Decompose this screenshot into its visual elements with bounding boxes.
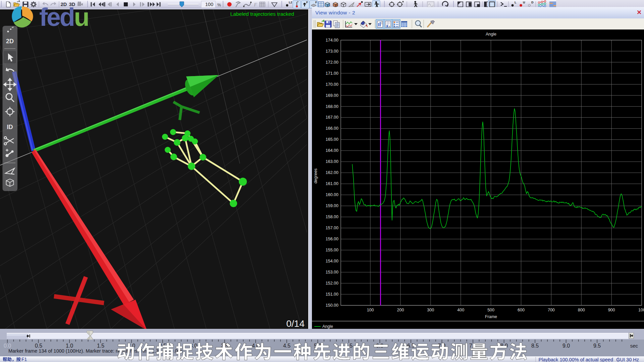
svg-text:200: 200 — [397, 308, 404, 312]
svg-text:L2: L2 — [289, 1, 292, 4]
svg-text:fedu: fedu — [39, 3, 88, 31]
svg-text:154.00: 154.00 — [326, 259, 338, 263]
svg-text:U: U — [523, 1, 525, 4]
svg-text:F: F — [254, 2, 257, 7]
svg-text:162.00: 162.00 — [326, 170, 338, 175]
svg-text:D: D — [531, 1, 534, 4]
svg-text:1000: 1000 — [638, 308, 644, 312]
svg-text:164.00: 164.00 — [326, 148, 338, 153]
svg-text:161.00: 161.00 — [326, 181, 338, 186]
svg-text:160.00: 160.00 — [326, 192, 338, 197]
svg-text:degrees: degrees — [313, 168, 318, 183]
svg-text:152.00: 152.00 — [326, 281, 338, 286]
svg-text:172.00: 172.00 — [326, 60, 338, 65]
svg-text:171.00: 171.00 — [326, 71, 338, 76]
svg-text:173.00: 173.00 — [326, 49, 338, 54]
svg-text:F: F — [306, 1, 308, 4]
svg-text:100: 100 — [367, 308, 374, 312]
svg-text:174.00: 174.00 — [326, 38, 338, 43]
svg-text:170.00: 170.00 — [326, 82, 338, 87]
svg-text:100: 100 — [205, 2, 213, 7]
svg-text:158.00: 158.00 — [326, 215, 338, 219]
svg-text:169.00: 169.00 — [326, 93, 338, 98]
svg-text:155.00: 155.00 — [326, 248, 338, 252]
svg-text:157.00: 157.00 — [326, 226, 338, 230]
svg-text:400: 400 — [457, 308, 464, 312]
svg-text:156.00: 156.00 — [326, 237, 338, 241]
svg-text:ID: ID — [7, 124, 13, 130]
svg-text:F: F — [315, 1, 317, 4]
svg-text:900: 900 — [608, 308, 615, 312]
svg-text:167.00: 167.00 — [326, 115, 338, 120]
svg-text:300: 300 — [427, 308, 434, 312]
svg-text:700: 700 — [548, 308, 555, 312]
svg-text:153.00: 153.00 — [326, 270, 338, 275]
svg-text:151.00: 151.00 — [326, 292, 338, 297]
svg-text:%: % — [217, 3, 221, 7]
svg-text:150.00: 150.00 — [326, 303, 338, 308]
svg-text:168.00: 168.00 — [326, 104, 338, 109]
svg-text:163.00: 163.00 — [326, 159, 338, 164]
svg-text:Frame: Frame — [485, 314, 497, 319]
svg-text:L: L — [515, 1, 517, 4]
svg-text:159.00: 159.00 — [326, 203, 338, 208]
svg-text:800: 800 — [578, 308, 585, 312]
svg-text:500: 500 — [487, 308, 494, 312]
svg-text:165.00: 165.00 — [326, 137, 338, 142]
svg-text:166.00: 166.00 — [326, 126, 338, 131]
svg-text:Angle: Angle — [322, 324, 333, 329]
svg-text:Angle: Angle — [486, 32, 496, 37]
svg-text:600: 600 — [518, 308, 525, 312]
